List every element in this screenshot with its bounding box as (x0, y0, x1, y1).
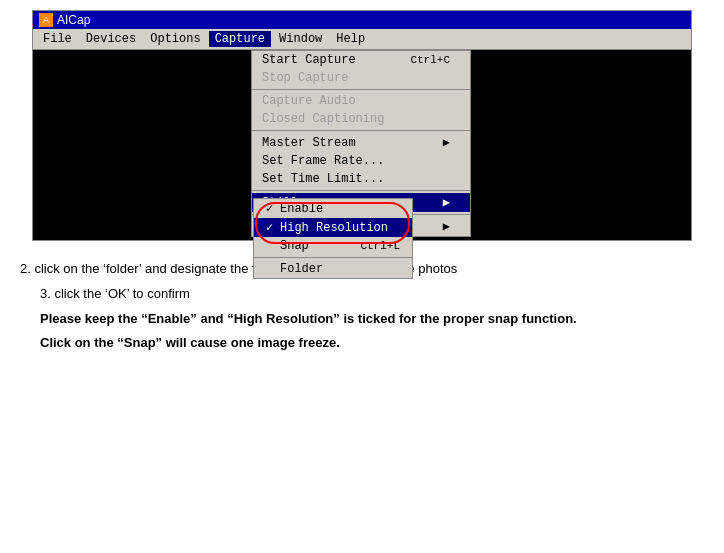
instruction-line3: Please keep the “Enable” and “High Resol… (40, 309, 704, 330)
capture-audio-item: Capture Audio (252, 92, 470, 110)
high-resolution-label: High Resolution (280, 221, 400, 235)
enable-item[interactable]: ✓ Enable (254, 199, 412, 218)
separator3 (252, 190, 470, 191)
set-frame-rate-label: Set Frame Rate... (262, 154, 384, 168)
folder-item[interactable]: Folder (254, 260, 412, 278)
high-resolution-item[interactable]: ✓ High Resolution (254, 218, 412, 237)
title-bar: A AICap (33, 11, 691, 29)
app-title: AICap (57, 13, 90, 27)
set-frame-rate-item[interactable]: Set Frame Rate... (252, 152, 470, 170)
high-resolution-check: ✓ (266, 220, 280, 235)
menu-help[interactable]: Help (330, 31, 371, 47)
folder-label: Folder (280, 262, 400, 276)
separator2 (252, 130, 470, 131)
still-arrow: ▶ (443, 195, 450, 210)
master-stream-item[interactable]: Master Stream ▶ (252, 133, 470, 152)
main-content: Start Capture Ctrl+C Stop Capture Captur… (33, 50, 691, 240)
closed-captioning-item: Closed Captioning (252, 110, 470, 128)
start-capture-shortcut: Ctrl+C (410, 54, 450, 66)
stop-capture-label: Stop Capture (262, 71, 348, 85)
set-time-limit-item[interactable]: Set Time Limit... (252, 170, 470, 188)
capture-audio-label: Capture Audio (262, 94, 356, 108)
start-capture-label: Start Capture (262, 53, 356, 67)
app-icon: A (39, 13, 53, 27)
snap-item[interactable]: Snap Ctrl+L (254, 237, 412, 255)
snap-shortcut: Ctrl+L (360, 240, 400, 252)
menu-bar: File Devices Options Capture Window Help (33, 29, 691, 50)
instruction-line4: Click on the “Snap” will cause one image… (40, 333, 704, 354)
instruction-line2: 3. click the ‘OK’ to confirm (40, 284, 704, 305)
separator1 (252, 89, 470, 90)
stop-capture-item: Stop Capture (252, 69, 470, 87)
enable-label: Enable (280, 202, 400, 216)
screenshot-area: A AICap File Devices Options Capture Win… (0, 10, 724, 366)
master-stream-label: Master Stream (262, 136, 356, 150)
master-stream-arrow: ▶ (443, 135, 450, 150)
menu-capture[interactable]: Capture (209, 31, 271, 47)
enable-check: ✓ (266, 201, 280, 216)
set-time-limit-label: Set Time Limit... (262, 172, 384, 186)
snap-label: Snap (280, 239, 350, 253)
snap-check (266, 239, 280, 253)
start-capture-item[interactable]: Start Capture Ctrl+C (252, 51, 470, 69)
closed-captioning-label: Closed Captioning (262, 112, 384, 126)
still-separator (254, 257, 412, 258)
menu-window[interactable]: Window (273, 31, 328, 47)
menu-devices[interactable]: Devices (80, 31, 142, 47)
app-window: A AICap File Devices Options Capture Win… (32, 10, 692, 241)
menu-options[interactable]: Options (144, 31, 206, 47)
folder-check (266, 262, 280, 276)
compression-arrow: ▶ (443, 219, 450, 234)
still-submenu: ✓ Enable ✓ High Resolution Snap Ctrl+L F… (253, 198, 413, 279)
menu-file[interactable]: File (37, 31, 78, 47)
